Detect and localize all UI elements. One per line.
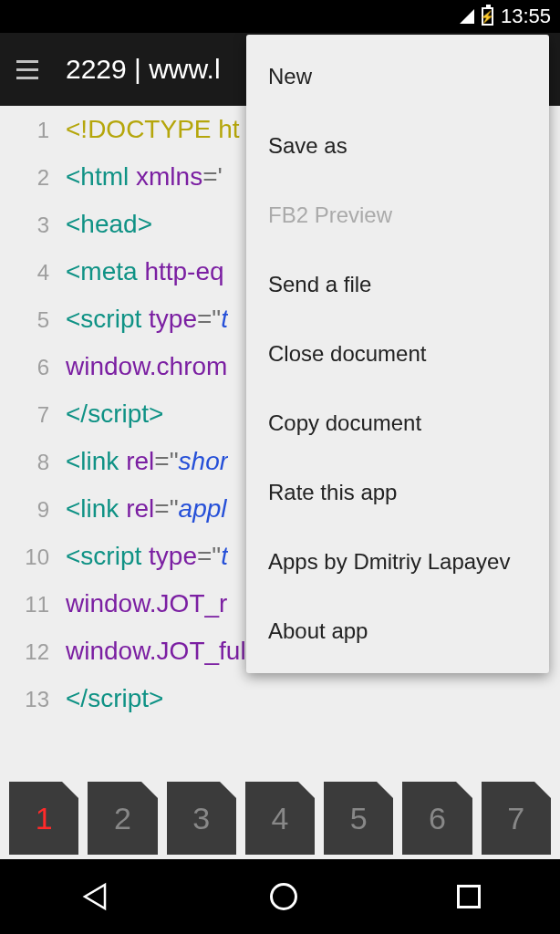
code-content[interactable]: <meta http-eq: [66, 257, 224, 286]
code-content[interactable]: <!DOCTYPE ht: [66, 115, 240, 144]
status-time: 13:55: [501, 5, 551, 28]
menu-item[interactable]: Apps by Dmitriy Lapayev: [246, 527, 549, 597]
code-content[interactable]: <script type="t: [66, 542, 228, 571]
menu-item[interactable]: New: [246, 42, 549, 111]
code-line[interactable]: 13</script>: [0, 684, 560, 732]
line-number: 13: [0, 687, 66, 712]
line-number: 10: [0, 545, 66, 570]
line-number: 7: [0, 402, 66, 428]
code-content[interactable]: <link rel="appl: [66, 494, 227, 524]
line-number: 3: [0, 213, 66, 238]
line-number: 2: [0, 165, 66, 191]
code-content[interactable]: <html xmlns=': [66, 162, 223, 192]
line-number: 6: [0, 355, 66, 380]
menu-item[interactable]: Send a file: [246, 250, 549, 319]
menu-item[interactable]: Copy document: [246, 389, 549, 458]
file-tab[interactable]: 3: [167, 782, 236, 855]
code-content[interactable]: <script type="t: [66, 305, 228, 334]
file-tab[interactable]: 4: [245, 782, 315, 855]
code-content[interactable]: <head>: [66, 210, 152, 239]
status-bar: ⚡ 13:55: [0, 0, 560, 33]
line-number: 1: [0, 118, 66, 143]
home-icon[interactable]: [270, 883, 297, 910]
android-nav-bar: [0, 859, 560, 934]
line-number: 12: [0, 639, 66, 665]
file-tab[interactable]: 7: [482, 782, 551, 855]
file-tab[interactable]: 2: [88, 782, 157, 855]
code-content[interactable]: <link rel="shor: [66, 447, 228, 476]
file-tab[interactable]: 5: [324, 782, 393, 855]
code-content[interactable]: window.chrom: [66, 352, 227, 381]
menu-item: FB2 Preview: [246, 181, 549, 250]
menu-item[interactable]: About app: [246, 597, 549, 666]
overflow-menu: NewSave asFB2 PreviewSend a fileClose do…: [246, 35, 549, 673]
line-number: 9: [0, 497, 66, 523]
file-tabs: 1234567: [0, 777, 560, 859]
svg-marker-0: [85, 885, 105, 908]
line-number: 5: [0, 307, 66, 333]
line-number: 8: [0, 450, 66, 475]
menu-icon[interactable]: [16, 60, 38, 79]
back-icon[interactable]: [79, 881, 110, 912]
recents-icon[interactable]: [457, 885, 481, 908]
code-content[interactable]: </script>: [66, 400, 163, 429]
app-title: 2229 | www.l: [66, 54, 221, 85]
line-number: 4: [0, 260, 66, 285]
code-content[interactable]: </script>: [66, 684, 163, 713]
menu-item[interactable]: Rate this app: [246, 458, 549, 527]
menu-item[interactable]: Save as: [246, 111, 549, 181]
menu-item[interactable]: Close document: [246, 319, 549, 389]
file-tab[interactable]: 1: [9, 782, 78, 855]
code-content[interactable]: window.JOT_r: [66, 589, 227, 618]
line-number: 11: [0, 592, 66, 617]
signal-icon: [460, 9, 474, 24]
file-tab[interactable]: 6: [402, 782, 472, 855]
battery-charging-icon: ⚡: [482, 7, 493, 26]
